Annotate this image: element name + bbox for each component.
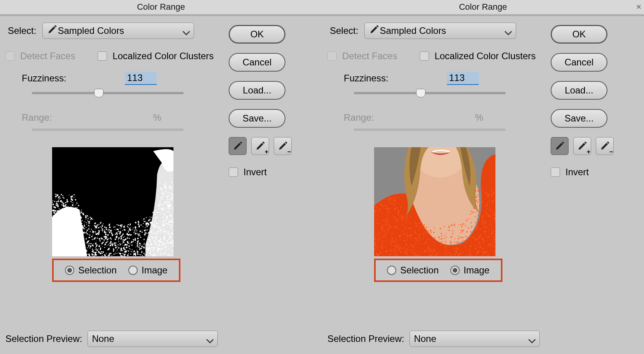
svg-point-358 xyxy=(154,221,156,223)
svg-point-1593 xyxy=(400,219,401,220)
svg-point-1801 xyxy=(490,190,490,190)
svg-point-1175 xyxy=(82,227,83,228)
svg-point-1463 xyxy=(490,245,491,246)
svg-point-889 xyxy=(128,234,129,236)
svg-point-897 xyxy=(105,243,107,244)
svg-point-1334 xyxy=(107,234,109,236)
svg-point-995 xyxy=(68,248,70,250)
svg-point-963 xyxy=(53,252,55,254)
svg-point-144 xyxy=(52,227,53,228)
svg-point-1683 xyxy=(399,236,401,238)
eyedropper-tool[interactable] xyxy=(551,137,569,155)
svg-point-1212 xyxy=(84,228,85,229)
svg-point-1390 xyxy=(397,213,399,215)
svg-point-1852 xyxy=(380,253,381,254)
close-icon[interactable]: ✕ xyxy=(636,3,642,11)
svg-point-364 xyxy=(52,235,53,236)
select-dropdown[interactable]: Sampled Colors xyxy=(42,23,194,39)
svg-point-324 xyxy=(148,245,149,246)
eyedropper-subtract-tool[interactable]: − xyxy=(274,137,292,155)
image-radio[interactable] xyxy=(450,266,460,275)
svg-point-1097 xyxy=(163,188,163,188)
ok-button[interactable]: OK xyxy=(229,25,285,44)
svg-point-657 xyxy=(167,234,168,234)
selection-preview-dropdown[interactable]: None xyxy=(410,331,540,347)
svg-point-1779 xyxy=(489,200,490,201)
invert-checkbox[interactable] xyxy=(551,167,560,177)
save-button[interactable]: Save... xyxy=(229,109,285,128)
svg-point-1558 xyxy=(402,225,403,225)
svg-point-80 xyxy=(132,249,133,250)
svg-point-1777 xyxy=(458,235,458,236)
select-dropdown[interactable]: Sampled Colors xyxy=(364,23,516,39)
eyedropper-tool[interactable] xyxy=(229,137,247,155)
save-button[interactable]: Save... xyxy=(551,109,607,128)
svg-point-978 xyxy=(70,230,72,232)
localized-color-clusters-label: Localized Color Clusters xyxy=(434,51,536,62)
svg-point-293 xyxy=(84,225,85,227)
svg-point-1739 xyxy=(464,240,465,241)
eyedropper-subtract-tool[interactable]: − xyxy=(596,137,614,155)
svg-point-539 xyxy=(62,222,64,224)
svg-point-734 xyxy=(80,252,82,254)
svg-point-37 xyxy=(157,240,158,240)
svg-point-58 xyxy=(69,226,70,226)
cancel-button[interactable]: Cancel xyxy=(551,53,607,72)
image-radio[interactable] xyxy=(128,266,138,275)
invert-checkbox[interactable] xyxy=(229,167,238,177)
selection-radio[interactable] xyxy=(65,266,74,275)
localized-color-clusters-checkbox[interactable] xyxy=(98,51,107,61)
svg-point-1300 xyxy=(135,226,136,227)
svg-point-730 xyxy=(54,234,55,235)
svg-point-1331 xyxy=(171,197,173,198)
svg-point-227 xyxy=(166,233,167,234)
svg-point-694 xyxy=(73,252,73,252)
svg-point-870 xyxy=(68,223,69,224)
load-button[interactable]: Load... xyxy=(229,81,285,100)
svg-point-1568 xyxy=(422,239,422,240)
svg-point-636 xyxy=(170,232,171,232)
svg-point-437 xyxy=(153,227,154,228)
svg-point-1540 xyxy=(471,211,472,212)
svg-point-1155 xyxy=(73,203,74,204)
svg-point-1069 xyxy=(77,247,78,247)
load-button[interactable]: Load... xyxy=(551,81,607,100)
svg-point-898 xyxy=(53,231,55,232)
svg-point-1747 xyxy=(389,214,390,215)
svg-point-1630 xyxy=(475,226,477,228)
svg-point-438 xyxy=(53,230,54,231)
cancel-button[interactable]: Cancel xyxy=(229,53,285,72)
eyedropper-add-tool[interactable]: + xyxy=(573,137,591,155)
plus-icon: + xyxy=(265,148,268,155)
svg-point-1633 xyxy=(494,213,495,215)
svg-point-1185 xyxy=(167,205,169,206)
slider-thumb[interactable] xyxy=(94,89,103,97)
fuzziness-value[interactable]: 113 xyxy=(125,72,157,85)
svg-point-1263 xyxy=(120,243,121,243)
localized-color-clusters-checkbox[interactable] xyxy=(420,51,429,61)
svg-point-631 xyxy=(128,253,129,254)
selection-radio[interactable] xyxy=(387,266,396,275)
ok-button[interactable]: OK xyxy=(551,25,607,44)
eyedropper-add-tool[interactable]: + xyxy=(251,137,269,155)
selection-preview-dropdown[interactable]: None xyxy=(88,331,218,347)
slider-thumb[interactable] xyxy=(416,89,425,97)
svg-point-416 xyxy=(120,236,122,237)
svg-point-405 xyxy=(161,208,162,209)
svg-point-1283 xyxy=(81,210,82,210)
fuzziness-slider[interactable] xyxy=(354,92,506,94)
svg-point-1911 xyxy=(390,250,390,251)
fuzziness-slider[interactable] xyxy=(32,92,184,94)
svg-point-1847 xyxy=(424,231,425,232)
svg-point-401 xyxy=(76,231,77,233)
svg-point-224 xyxy=(119,252,119,253)
svg-point-1975 xyxy=(393,241,394,242)
svg-point-696 xyxy=(120,228,121,229)
svg-point-1710 xyxy=(447,246,448,247)
titlebar: Color Range✕ xyxy=(322,0,644,14)
svg-point-1662 xyxy=(466,254,467,255)
fuzziness-value[interactable]: 113 xyxy=(447,72,479,85)
svg-point-1647 xyxy=(425,242,426,243)
svg-point-608 xyxy=(168,193,169,193)
svg-point-1812 xyxy=(396,226,397,228)
